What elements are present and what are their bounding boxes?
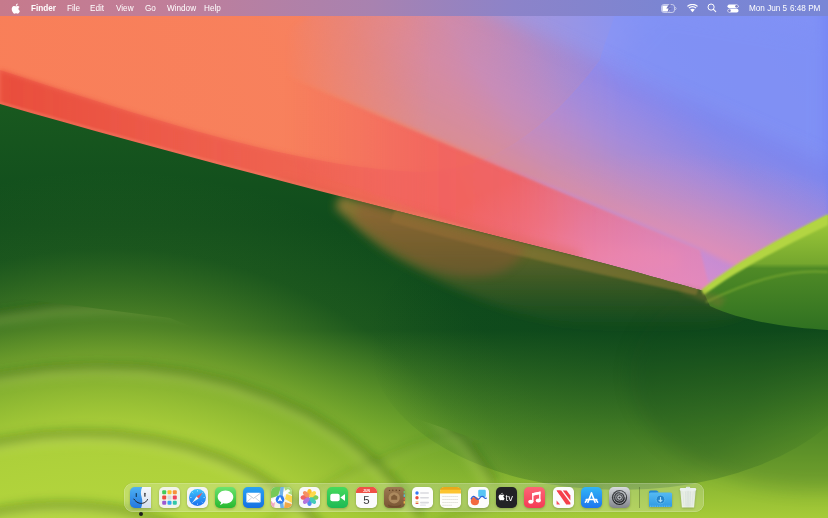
svg-text:tv: tv [506, 492, 514, 503]
svg-text:JUN: JUN [363, 489, 370, 493]
svg-text:5: 5 [363, 494, 369, 506]
